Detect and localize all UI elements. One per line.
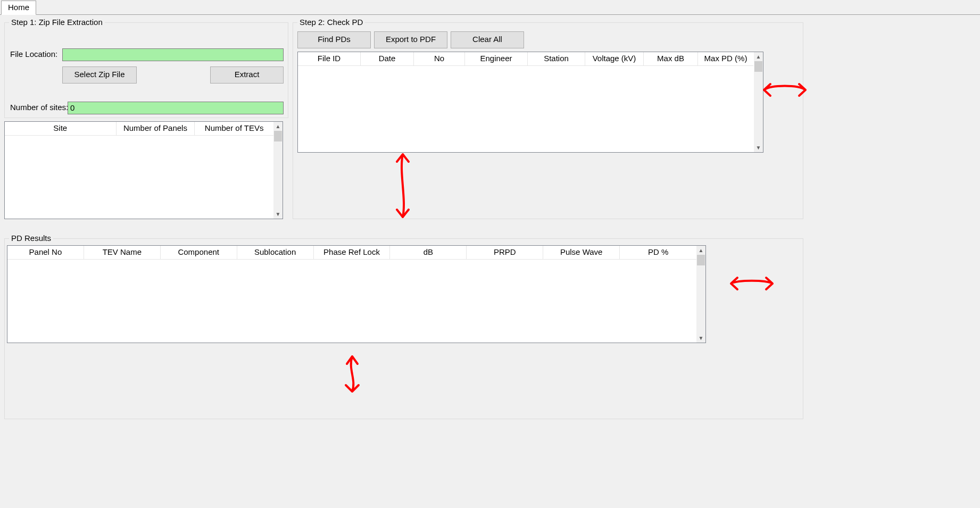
pd-table-header: File ID Date No Engineer Station Voltage… [298, 52, 754, 66]
pd-col-date[interactable]: Date [361, 52, 414, 66]
select-zip-button[interactable]: Select Zip File [62, 66, 137, 84]
scroll-thumb[interactable] [754, 61, 762, 72]
sites-table-scrollbar[interactable]: ▲ ▼ [273, 122, 283, 219]
group-step1: Step 1: Zip File Extraction File Locatio… [4, 22, 288, 118]
scroll-down-icon[interactable]: ▼ [696, 334, 705, 343]
res-col-component[interactable]: Component [161, 246, 237, 260]
group-step2: Step 2: Check PD Find PDs Export to PDF … [293, 22, 803, 219]
find-pds-button[interactable]: Find PDs [297, 31, 371, 48]
tab-strip: Home [0, 0, 980, 15]
pd-col-maxpd[interactable]: Max PD (%) [698, 52, 753, 66]
tab-home[interactable]: Home [1, 1, 36, 15]
res-col-pulsewave[interactable]: Pulse Wave [543, 246, 620, 260]
group-pd-results: PD Results Panel No TEV Name Component S… [4, 238, 803, 419]
res-col-tevname[interactable]: TEV Name [84, 246, 161, 260]
tab-content: Step 1: Zip File Extraction File Locatio… [0, 15, 980, 508]
group-step2-legend: Step 2: Check PD [297, 18, 365, 27]
pd-col-engineer[interactable]: Engineer [465, 52, 528, 66]
group-pd-results-legend: PD Results [9, 234, 53, 243]
scroll-up-icon[interactable]: ▲ [273, 122, 283, 131]
pd-col-fileid[interactable]: File ID [298, 52, 361, 66]
sites-table[interactable]: Site Number of Panels Number of TEVs ▲ ▼ [4, 121, 283, 219]
res-col-prpd[interactable]: PRPD [467, 246, 543, 260]
sites-col-site[interactable]: Site [5, 122, 117, 136]
res-col-sublocation[interactable]: Sublocation [237, 246, 314, 260]
sites-col-panels[interactable]: Number of Panels [117, 122, 195, 136]
pd-col-no[interactable]: No [414, 52, 465, 66]
file-location-input[interactable] [62, 48, 284, 61]
results-table-header: Panel No TEV Name Component Sublocation … [7, 246, 696, 260]
pd-col-voltage[interactable]: Voltage (kV) [585, 52, 644, 66]
res-col-db[interactable]: dB [390, 246, 467, 260]
pd-col-maxdb[interactable]: Max dB [644, 52, 698, 66]
pd-col-station[interactable]: Station [528, 52, 585, 66]
res-col-pdpct[interactable]: PD % [620, 246, 696, 260]
scroll-up-icon[interactable]: ▲ [754, 52, 763, 61]
clear-all-button[interactable]: Clear All [451, 31, 524, 48]
results-table-scrollbar[interactable]: ▲ ▼ [696, 246, 705, 343]
scroll-down-icon[interactable]: ▼ [754, 143, 763, 152]
pd-table[interactable]: File ID Date No Engineer Station Voltage… [297, 52, 763, 153]
group-step1-legend: Step 1: Zip File Extraction [9, 18, 105, 27]
num-sites-input[interactable]: 0 [68, 102, 284, 114]
file-location-label: File Location: [10, 49, 57, 59]
num-sites-label: Number of sites: [10, 103, 68, 112]
scroll-thumb[interactable] [274, 131, 282, 141]
scroll-thumb[interactable] [697, 255, 705, 265]
sites-col-tevs[interactable]: Number of TEVs [195, 122, 273, 136]
extract-button[interactable]: Extract [210, 66, 284, 84]
res-col-phaseref[interactable]: Phase Ref Lock [314, 246, 391, 260]
pd-table-scrollbar[interactable]: ▲ ▼ [754, 52, 763, 152]
res-col-panelno[interactable]: Panel No [7, 246, 84, 260]
results-table[interactable]: Panel No TEV Name Component Sublocation … [7, 245, 706, 343]
export-pdf-button[interactable]: Export to PDF [374, 31, 447, 48]
scroll-down-icon[interactable]: ▼ [273, 210, 283, 219]
scroll-up-icon[interactable]: ▲ [696, 246, 705, 255]
sites-table-header: Site Number of Panels Number of TEVs [5, 122, 273, 136]
